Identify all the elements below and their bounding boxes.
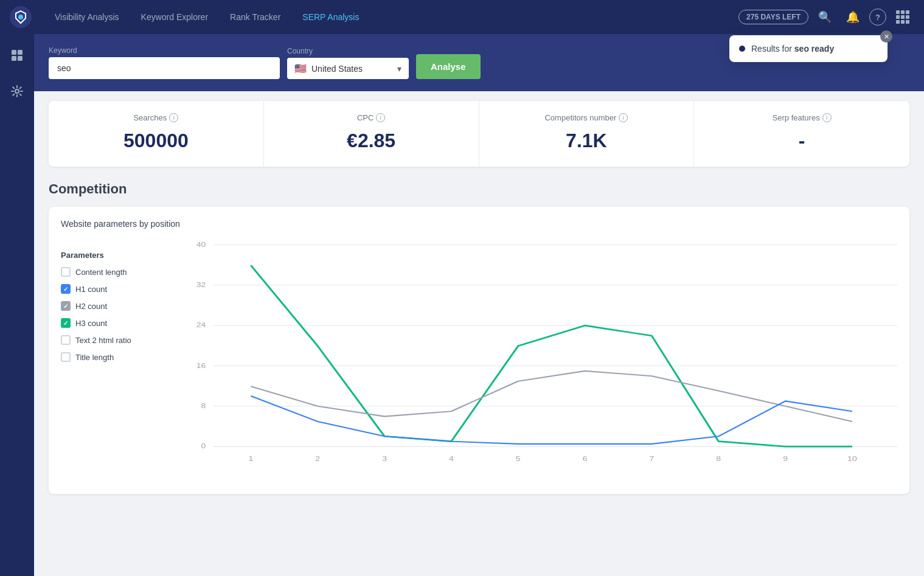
metric-cpc: CPC i €2.85 [264,101,479,167]
parameters-title: Parameters [61,251,182,260]
svg-point-6 [15,89,19,93]
searches-info-icon[interactable]: i [169,113,178,122]
competition-section: Competition Website parameters by positi… [34,176,924,508]
svg-text:40: 40 [196,240,206,248]
chart-card-title: Website parameters by position [61,219,897,229]
svg-text:5: 5 [516,455,521,463]
svg-text:8: 8 [716,455,721,463]
svg-rect-2 [12,50,16,55]
h1-count-checkbox[interactable]: ✓ [61,284,71,294]
nav-rank-tracker[interactable]: Rank Tracker [221,7,289,27]
cpc-label: CPC i [279,113,464,122]
apps-grid-icon[interactable] [891,5,914,29]
h3-checkmark-icon: ✓ [63,320,68,327]
svg-text:0: 0 [201,442,206,449]
h3-count-line [251,265,852,446]
notification-dot-icon [739,46,745,52]
svg-rect-3 [18,50,23,55]
cpc-value: €2.85 [279,130,464,152]
notification-close-button[interactable]: ✕ [880,30,892,43]
svg-text:24: 24 [196,321,206,329]
metrics-row: Searches i 500000 CPC i €2.85 Competitor… [49,101,909,167]
h2-checkmark-icon: ✓ [63,303,68,310]
h3-count-checkbox[interactable]: ✓ [61,318,71,328]
searches-value: 500000 [63,130,249,152]
search-icon[interactable]: 🔍 [813,5,836,29]
metric-competitors: Competitors number i 7.1K [479,101,695,167]
svg-text:2: 2 [315,455,320,463]
svg-point-1 [18,15,23,19]
metric-searches: Searches i 500000 [49,101,264,167]
chevron-down-icon: ▾ [397,64,401,74]
param-content-length[interactable]: Content length [61,267,182,277]
competitors-value: 7.1K [494,130,679,152]
param-h1-count[interactable]: ✓ H1 count [61,284,182,294]
sidebar [0,34,34,576]
notification-text: Results for seo ready [751,44,834,54]
title-length-checkbox[interactable] [61,352,71,362]
svg-text:1: 1 [248,455,253,463]
metric-serp-features: Serp features i - [694,101,909,167]
sidebar-settings-icon[interactable] [5,80,29,106]
h2-count-checkbox[interactable]: ✓ [61,301,71,311]
svg-text:8: 8 [201,401,206,409]
nav-visibility-analysis[interactable]: Visibility Analysis [46,7,128,27]
notification-popup: Results for seo ready ✕ [729,35,888,62]
country-value: United States [311,64,363,74]
content-length-label: Content length [75,268,127,277]
param-h2-count[interactable]: ✓ H2 count [61,301,182,311]
sidebar-dashboard-icon[interactable] [5,44,29,70]
text2html-checkbox[interactable] [61,335,71,345]
competitors-info-icon[interactable]: i [619,113,628,122]
param-text2html[interactable]: Text 2 html ratio [61,335,182,345]
svg-text:16: 16 [196,361,206,369]
cpc-info-icon[interactable]: i [376,113,385,122]
parameters-panel: Parameters Content length ✓ H1 count [61,238,182,482]
nav-serp-analysis[interactable]: SERP Analysis [294,7,367,27]
svg-text:32: 32 [196,280,206,288]
svg-text:4: 4 [449,455,454,463]
chart-area: 40 32 24 16 8 0 1 2 3 4 5 6 [182,238,897,482]
logo-icon[interactable] [10,6,32,28]
h1-count-label: H1 count [75,285,107,294]
line-chart: 40 32 24 16 8 0 1 2 3 4 5 6 [182,238,897,482]
param-title-length[interactable]: Title length [61,352,182,362]
svg-text:9: 9 [783,455,788,463]
serp-features-label: Serp features i [709,113,895,122]
content-length-checkbox[interactable] [61,267,71,277]
svg-text:7: 7 [650,455,655,463]
serp-features-value: - [709,130,895,152]
param-h3-count[interactable]: ✓ H3 count [61,318,182,328]
competition-title: Competition [49,181,909,197]
svg-rect-4 [12,56,16,61]
top-navigation: Visibility Analysis Keyword Explorer Ran… [0,0,924,34]
main-layout: Keyword Country 🇺🇸 United States ▾ Analy… [0,34,924,576]
nav-keyword-explorer[interactable]: Keyword Explorer [133,7,217,27]
svg-rect-5 [18,56,23,61]
svg-text:10: 10 [847,455,857,463]
keyword-input[interactable] [49,57,280,79]
country-flag-icon: 🇺🇸 [294,63,307,74]
keyword-label: Keyword [49,46,280,55]
h1-count-line [251,396,852,444]
text2html-label: Text 2 html ratio [75,336,131,345]
searches-label: Searches i [63,113,249,122]
chart-layout: Parameters Content length ✓ H1 count [61,238,897,482]
h1-checkmark-icon: ✓ [63,286,68,293]
country-select[interactable]: 🇺🇸 United States ▾ [287,58,409,79]
svg-text:3: 3 [382,455,387,463]
title-length-label: Title length [75,353,114,362]
country-field-group: Country 🇺🇸 United States ▾ [287,47,409,79]
country-label: Country [287,47,409,55]
svg-text:6: 6 [583,455,588,463]
chart-card: Website parameters by position Parameter… [49,207,909,494]
h3-count-label: H3 count [75,319,107,328]
serp-features-info-icon[interactable]: i [822,113,832,122]
days-left-badge[interactable]: 275 DAYS LEFT [738,10,808,24]
help-icon[interactable]: ? [869,9,886,26]
competitors-label: Competitors number i [494,113,679,122]
analyse-button[interactable]: Analyse [416,54,481,79]
bell-icon[interactable]: 🔔 [841,5,864,29]
h2-count-label: H2 count [75,302,107,311]
keyword-field-group: Keyword [49,46,280,79]
